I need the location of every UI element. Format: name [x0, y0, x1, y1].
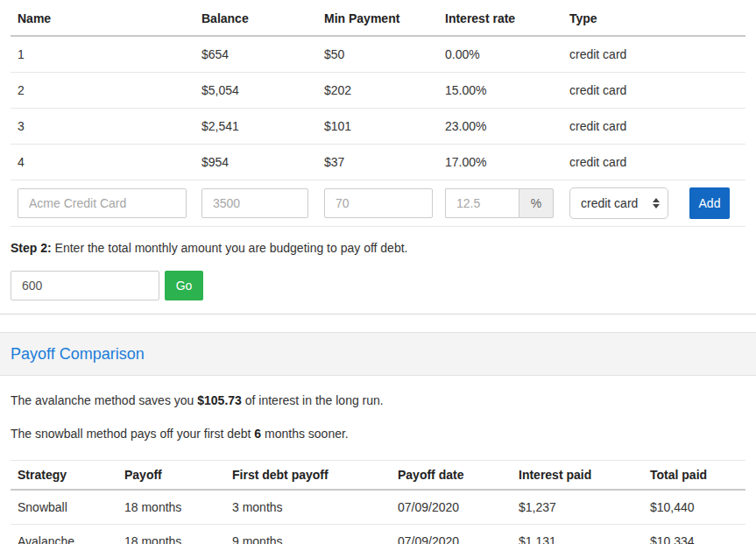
cmp-total-paid-cell: $10,334: [643, 525, 745, 544]
add-debt-form-row: % credit card Add: [11, 180, 745, 227]
table-row: Avalanche 18 months 9 months 07/09/2020 …: [11, 525, 745, 544]
cmp-first-debt-payoff-cell: 3 months: [225, 490, 391, 525]
budget-form: Go: [11, 271, 745, 300]
cmp-payoff-date-cell: 07/09/2020: [391, 525, 512, 544]
debt-name-input[interactable]: [18, 188, 187, 218]
table-row: 3 $2,541 $101 23.00% credit card: [11, 109, 745, 145]
payoff-comparison-panel: Payoff Comparison The avalanche method s…: [0, 332, 756, 544]
cmp-interest-paid-cell: $1,237: [512, 490, 643, 525]
debt-name-cell: 1: [11, 36, 194, 73]
debt-type-select[interactable]: credit card: [569, 187, 668, 219]
debt-balance-cell: $2,541: [194, 109, 317, 145]
payoff-comparison-heading: Payoff Comparison: [0, 332, 756, 376]
debt-interest-rate-cell: 15.00%: [438, 73, 562, 109]
debt-min-payment-cell: $202: [317, 73, 438, 109]
debt-min-payment-cell: $37: [317, 145, 438, 180]
debt-name-cell: 4: [11, 145, 194, 180]
debt-min-payment-cell: $50: [317, 36, 438, 73]
interest-rate-input-group: %: [445, 188, 554, 218]
debt-interest-rate-cell: 23.00%: [438, 109, 562, 145]
cmp-payoff-date-cell: 07/09/2020: [391, 490, 512, 525]
page-title: Payoff Comparison: [11, 345, 145, 364]
step2-label: Step 2:: [11, 241, 52, 255]
cmp-header-strategy: Strategy: [11, 461, 117, 491]
percent-addon: %: [519, 188, 554, 218]
cmp-header-first-debt-payoff: First debt payoff: [225, 461, 391, 491]
cmp-strategy-cell: Avalanche: [11, 525, 117, 544]
cmp-header-total-paid: Total paid: [643, 461, 745, 491]
debt-interest-rate-cell: 17.00%: [438, 145, 562, 180]
section-divider: [0, 314, 756, 314]
interest-rate-input[interactable]: [445, 188, 519, 218]
monthly-budget-input[interactable]: [11, 271, 159, 300]
debt-min-payment-cell: $101: [317, 109, 438, 145]
comparison-table: Strategy Payoff First debt payoff Payoff…: [11, 460, 745, 544]
cmp-payoff-cell: 18 months: [117, 490, 225, 525]
debt-min-payment-input[interactable]: [324, 188, 433, 218]
cmp-interest-paid-cell: $1,131: [512, 525, 643, 544]
avalanche-savings-text: The avalanche method saves you $105.73 o…: [11, 393, 745, 407]
debt-balance-cell: $5,054: [194, 73, 317, 109]
table-row: 1 $654 $50 0.00% credit card: [11, 36, 745, 73]
debt-type-cell: credit card: [562, 73, 745, 109]
table-row: 2 $5,054 $202 15.00% credit card: [11, 73, 745, 109]
add-debt-button[interactable]: Add: [689, 187, 730, 219]
cmp-first-debt-payoff-cell: 9 months: [225, 525, 391, 544]
payoff-comparison-body: The avalanche method saves you $105.73 o…: [0, 376, 756, 441]
debt-table: Name Balance Min Payment Interest rate T…: [11, 0, 745, 227]
debt-type-selected-value: credit card: [581, 196, 638, 210]
debt-table-header-type: Type: [562, 0, 745, 36]
cmp-header-payoff-date: Payoff date: [391, 461, 512, 491]
table-row: 4 $954 $37 17.00% credit card: [11, 145, 745, 180]
select-caret-icon: [653, 198, 660, 208]
debt-balance-cell: $954: [194, 145, 317, 180]
debt-interest-rate-cell: 0.00%: [438, 36, 562, 73]
cmp-payoff-cell: 18 months: [117, 525, 225, 544]
debt-table-header-interest-rate: Interest rate: [438, 0, 562, 36]
debt-table-header-row: Name Balance Min Payment Interest rate T…: [11, 0, 745, 36]
debt-balance-input[interactable]: [201, 188, 308, 218]
snowball-sooner-text: The snowball method pays off your first …: [11, 427, 745, 441]
debt-type-cell: credit card: [562, 36, 745, 73]
cmp-header-payoff: Payoff: [117, 461, 225, 491]
cmp-strategy-cell: Snowball: [11, 490, 117, 525]
go-button[interactable]: Go: [165, 271, 203, 300]
step2-instruction: Step 2: Enter the total monthly amount y…: [11, 241, 745, 255]
debt-table-header-name: Name: [11, 0, 194, 36]
debt-table-header-min-payment: Min Payment: [317, 0, 438, 36]
comparison-table-header-row: Strategy Payoff First debt payoff Payoff…: [11, 461, 745, 491]
debt-table-header-balance: Balance: [194, 0, 317, 36]
debt-name-cell: 3: [11, 109, 194, 145]
debt-type-cell: credit card: [562, 109, 745, 145]
debt-type-cell: credit card: [562, 145, 745, 180]
debt-balance-cell: $654: [194, 36, 317, 73]
cmp-header-interest-paid: Interest paid: [512, 461, 643, 491]
debt-name-cell: 2: [11, 73, 194, 109]
cmp-total-paid-cell: $10,440: [643, 490, 745, 525]
table-row: Snowball 18 months 3 months 07/09/2020 $…: [11, 490, 745, 525]
